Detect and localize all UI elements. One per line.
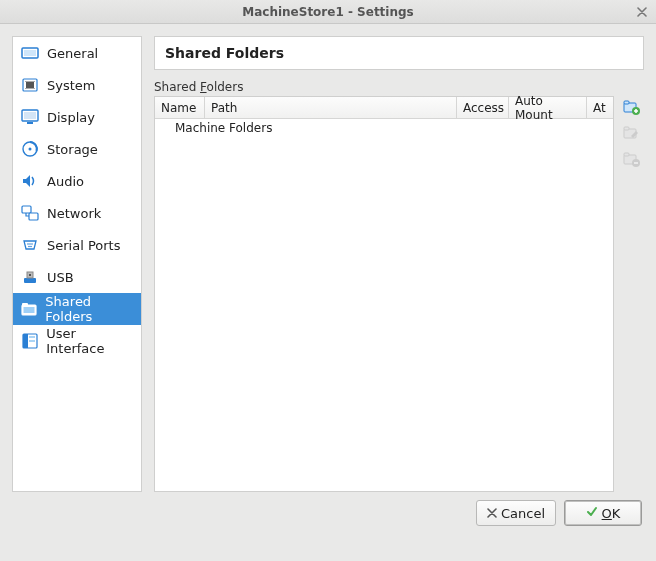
sidebar-item-user-interface[interactable]: User Interface bbox=[13, 325, 141, 357]
sidebar-item-label: Display bbox=[47, 110, 95, 125]
tree-group-machine-folders[interactable]: Machine Folders bbox=[155, 119, 613, 137]
column-header-at[interactable]: At bbox=[587, 97, 613, 118]
ok-button-label: OK bbox=[602, 506, 621, 521]
cancel-button[interactable]: Cancel bbox=[476, 500, 556, 526]
column-header-auto-mount[interactable]: Auto Mount bbox=[509, 97, 587, 118]
sidebar-item-label: Network bbox=[47, 206, 101, 221]
cancel-icon bbox=[487, 506, 497, 521]
sidebar-item-label: System bbox=[47, 78, 95, 93]
sidebar-item-usb[interactable]: USB bbox=[13, 261, 141, 293]
add-shared-folder-button[interactable] bbox=[621, 96, 643, 118]
svg-rect-4 bbox=[25, 81, 35, 82]
ok-icon bbox=[586, 506, 598, 521]
sidebar-item-label: Serial Ports bbox=[47, 238, 120, 253]
sidebar-item-audio[interactable]: Audio bbox=[13, 165, 141, 197]
svg-rect-27 bbox=[29, 340, 35, 342]
svg-rect-20 bbox=[29, 274, 31, 276]
sidebar-item-label: Audio bbox=[47, 174, 84, 189]
user-interface-icon bbox=[19, 330, 40, 352]
svg-rect-32 bbox=[624, 127, 629, 130]
titlebar: MachineStore1 - Settings bbox=[0, 0, 656, 24]
svg-rect-18 bbox=[24, 278, 36, 283]
folder-add-icon bbox=[623, 98, 641, 116]
svg-rect-3 bbox=[26, 82, 34, 88]
general-icon bbox=[19, 42, 41, 64]
sidebar-item-display[interactable]: Display bbox=[13, 101, 141, 133]
sidebar-item-shared-folders[interactable]: Shared Folders bbox=[13, 293, 141, 325]
network-icon bbox=[19, 202, 41, 224]
svg-rect-8 bbox=[27, 122, 33, 124]
audio-icon bbox=[19, 170, 41, 192]
svg-rect-12 bbox=[29, 213, 38, 220]
svg-point-15 bbox=[31, 243, 33, 245]
svg-point-16 bbox=[28, 246, 30, 248]
folder-edit-icon bbox=[623, 124, 641, 142]
svg-rect-34 bbox=[624, 153, 629, 156]
section-label-shared-folders: Shared Folders bbox=[154, 80, 644, 94]
svg-point-17 bbox=[30, 246, 32, 248]
svg-rect-26 bbox=[29, 336, 35, 338]
folder-remove-icon bbox=[623, 150, 641, 168]
sidebar-item-label: Shared Folders bbox=[45, 294, 135, 324]
svg-rect-7 bbox=[24, 112, 36, 119]
page-title: Shared Folders bbox=[154, 36, 644, 70]
window-title: MachineStore1 - Settings bbox=[242, 5, 414, 19]
svg-rect-1 bbox=[24, 50, 36, 56]
usb-icon bbox=[19, 266, 41, 288]
tree-body: Machine Folders bbox=[155, 119, 613, 491]
remove-shared-folder-button bbox=[621, 148, 643, 170]
main-panel: Shared Folders Shared Folders Name Path … bbox=[154, 36, 644, 492]
svg-rect-11 bbox=[22, 206, 31, 213]
svg-rect-23 bbox=[24, 307, 35, 313]
sidebar-item-label: User Interface bbox=[46, 326, 135, 356]
sidebar-item-network[interactable]: Network bbox=[13, 197, 141, 229]
sidebar-item-serial-ports[interactable]: Serial Ports bbox=[13, 229, 141, 261]
ok-button[interactable]: OK bbox=[564, 500, 642, 526]
sidebar-item-storage[interactable]: Storage bbox=[13, 133, 141, 165]
cancel-button-label: Cancel bbox=[501, 506, 545, 521]
system-icon bbox=[19, 74, 41, 96]
shared-folders-icon bbox=[19, 298, 39, 320]
shared-folders-tree[interactable]: Name Path Access Auto Mount At Machine F… bbox=[154, 96, 614, 492]
close-icon[interactable] bbox=[634, 4, 650, 20]
column-header-path[interactable]: Path bbox=[205, 97, 457, 118]
tree-header: Name Path Access Auto Mount At bbox=[155, 97, 613, 119]
svg-rect-29 bbox=[624, 101, 629, 104]
sidebar-item-label: General bbox=[47, 46, 98, 61]
shared-folder-side-buttons bbox=[620, 96, 644, 492]
svg-rect-22 bbox=[22, 303, 28, 306]
svg-rect-25 bbox=[23, 334, 28, 348]
sidebar-item-system[interactable]: System bbox=[13, 69, 141, 101]
column-header-name[interactable]: Name bbox=[155, 97, 205, 118]
svg-point-14 bbox=[29, 243, 31, 245]
storage-icon bbox=[19, 138, 41, 160]
serial-icon bbox=[19, 234, 41, 256]
sidebar-item-label: Storage bbox=[47, 142, 98, 157]
settings-sidebar: General System Display Storage bbox=[12, 36, 142, 492]
edit-shared-folder-button bbox=[621, 122, 643, 144]
page-title-text: Shared Folders bbox=[165, 45, 284, 61]
svg-rect-5 bbox=[25, 88, 35, 89]
sidebar-item-label: USB bbox=[47, 270, 74, 285]
svg-point-13 bbox=[27, 243, 29, 245]
svg-point-10 bbox=[29, 148, 32, 151]
display-icon bbox=[19, 106, 41, 128]
column-header-access[interactable]: Access bbox=[457, 97, 509, 118]
sidebar-item-general[interactable]: General bbox=[13, 37, 141, 69]
dialog-button-row: Cancel OK bbox=[12, 500, 644, 526]
